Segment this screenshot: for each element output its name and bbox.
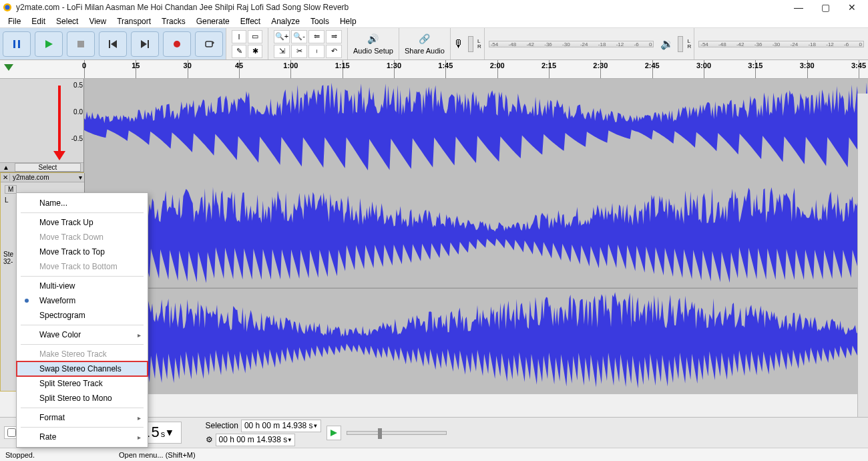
menu-item-move-bottom[interactable]: Move Track to Bottom: [17, 259, 148, 274]
selection-label: Selection: [206, 421, 238, 430]
menu-tracks[interactable]: Tracks: [156, 17, 191, 26]
edit-toolbar: 🔍+ 🔍- ⥢ ⥤ ⇲ ✂ ︲ ↶: [268, 28, 348, 59]
track-2-mute-button[interactable]: M: [5, 185, 17, 194]
menu-item-wave-color[interactable]: Wave Color▸: [17, 327, 148, 342]
play-lr-label: LR: [687, 39, 691, 49]
zoom-out-button[interactable]: 🔍-: [291, 30, 307, 43]
speaker-icon: 🔊: [367, 33, 379, 44]
undo-button[interactable]: ↶: [326, 45, 342, 58]
draw-tool[interactable]: ✎: [232, 45, 246, 58]
play-button[interactable]: [35, 31, 63, 57]
window-maximize-button[interactable]: ▢: [812, 2, 839, 13]
zoom-in-button[interactable]: 🔍+: [274, 30, 290, 43]
playhead-marker[interactable]: [4, 64, 13, 71]
menu-item-name[interactable]: Name...: [17, 196, 148, 210]
menu-analyze[interactable]: Analyze: [266, 17, 305, 26]
svg-marker-7: [111, 40, 117, 48]
skip-end-button[interactable]: [131, 31, 159, 57]
menu-item-move-down[interactable]: Move Track Down: [17, 230, 148, 245]
snap-checkbox[interactable]: [7, 428, 16, 437]
menu-item-move-top[interactable]: Move Track to Top: [17, 245, 148, 259]
track-1-collapse-button[interactable]: ▲: [0, 164, 12, 171]
selection-start-field[interactable]: 00 h 00 m 14.938 s▾: [241, 420, 321, 432]
track-2-name[interactable]: y2mate.com: [10, 174, 76, 181]
record-meter[interactable]: -54-48-42-36-30-24-18-12-60: [485, 28, 658, 59]
svg-point-10: [174, 41, 180, 47]
share-icon: 🔗: [419, 33, 430, 44]
zoom-toggle-button[interactable]: ⇲: [274, 45, 290, 58]
playback-speed-slider[interactable]: [347, 431, 447, 435]
svg-point-1: [5, 5, 10, 10]
silence-button[interactable]: ︲: [308, 45, 324, 58]
multi-tool[interactable]: ✱: [248, 45, 262, 58]
menu-tools[interactable]: Tools: [305, 17, 335, 26]
trim-button[interactable]: ✂: [291, 45, 307, 58]
play-slider[interactable]: [678, 36, 683, 52]
menu-item-format[interactable]: Format▸: [17, 410, 148, 425]
pause-button[interactable]: [3, 31, 31, 57]
envelope-tool[interactable]: ▭: [248, 30, 262, 43]
menu-item-swap-stereo[interactable]: Swap Stereo Channels: [17, 361, 148, 376]
svg-rect-5: [77, 41, 84, 47]
menu-item-move-up[interactable]: Move Track Up: [17, 215, 148, 230]
track-1-panel: 0.5 0.0 -0.5 -1.0 ▲ Select: [0, 79, 84, 172]
play-controls: 🔉 LR: [658, 28, 694, 59]
settings-icon[interactable]: ⚙: [206, 435, 213, 444]
track-2-close-button[interactable]: ✕: [1, 174, 10, 181]
track-1: 0.5 0.0 -0.5 -1.0 ▲ Select: [0, 79, 868, 172]
menu-item-spectrogram[interactable]: Spectrogram: [17, 308, 148, 323]
track-1-select-button[interactable]: Select: [15, 163, 81, 172]
skip-start-button[interactable]: [99, 31, 127, 57]
fit-selection-button[interactable]: ⥢: [308, 30, 324, 43]
menu-item-split-stereo[interactable]: Split Stereo Track: [17, 376, 148, 391]
share-audio-button[interactable]: 🔗 Share Audio: [399, 28, 451, 59]
loop-button[interactable]: [195, 31, 223, 57]
vertical-scrollbar[interactable]: [857, 94, 868, 417]
window-title: y2mate.com - LoFi Milan Aasman Me Hoi Ch…: [16, 3, 349, 12]
record-button[interactable]: [163, 31, 191, 57]
app-icon: [3, 3, 12, 12]
mic-slider[interactable]: [468, 36, 473, 52]
window-close-button[interactable]: ✕: [839, 2, 865, 13]
transport-toolbar: [0, 28, 226, 59]
svg-rect-6: [109, 40, 110, 48]
menu-effect[interactable]: Effect: [235, 17, 266, 26]
menu-help[interactable]: Help: [335, 17, 362, 26]
selection-tool[interactable]: I: [232, 30, 246, 43]
audio-setup-label: Audio Setup: [353, 47, 393, 55]
fit-project-button[interactable]: ⥤: [326, 30, 342, 43]
selection-end-field[interactable]: 00 h 00 m 14.938 s▾: [216, 434, 296, 446]
mic-lr-label: LR: [477, 39, 481, 49]
menu-select[interactable]: Select: [51, 17, 83, 26]
menu-item-rate[interactable]: Rate▸: [17, 430, 148, 444]
svg-rect-18: [85, 288, 867, 289]
track-2-waveform[interactable]: y2mate.com y2mate.com - LoFi Milan Aasma…: [85, 173, 867, 391]
selection-block: Selection 00 h 00 m 14.938 s▾ ⚙ 00 h 00 …: [206, 420, 321, 446]
menu-item-make-stereo[interactable]: Make Stereo Track: [17, 347, 148, 361]
menu-item-multi-view[interactable]: Multi-view: [17, 279, 148, 293]
svg-rect-3: [18, 40, 20, 48]
menu-transport[interactable]: Transport: [112, 17, 156, 26]
menu-file[interactable]: File: [3, 17, 26, 26]
track-1-waveform[interactable]: [84, 79, 868, 172]
menu-view[interactable]: View: [83, 17, 112, 26]
audio-setup-button[interactable]: 🔊 Audio Setup: [348, 28, 399, 59]
window-minimize-button[interactable]: —: [785, 2, 812, 13]
toolbar-area: I ▭ ✎ ✱ 🔍+ 🔍- ⥢ ⥤ ⇲ ✂ ︲ ↶ 🔊 Audio Setup …: [0, 28, 868, 60]
svg-marker-9: [141, 40, 147, 48]
play-at-speed-button[interactable]: [327, 426, 341, 440]
track-1-axis: 0.5 0.0 -0.5 -1.0: [64, 79, 84, 172]
submenu-arrow-icon: ▸: [138, 434, 141, 441]
track-context-menu: Name... Move Track Up Move Track Down Mo…: [16, 192, 148, 448]
menu-item-waveform[interactable]: Waveform: [17, 293, 148, 308]
mic-controls: 🎙 LR: [451, 28, 485, 59]
menu-generate[interactable]: Generate: [191, 17, 235, 26]
stop-button[interactable]: [67, 31, 95, 57]
track-2-menu-button[interactable]: ▾: [76, 174, 84, 181]
play-meter[interactable]: -54-48-42-36-30-24-18-12-60: [694, 28, 868, 59]
timeline-ruler[interactable]: 01530451:001:151:301:452:002:152:302:453…: [0, 60, 868, 79]
menu-item-split-mono[interactable]: Split Stereo to Mono: [17, 391, 148, 406]
status-left: Stopped.: [0, 451, 114, 459]
menu-edit[interactable]: Edit: [26, 17, 51, 26]
track-2-format-1: Ste: [3, 251, 13, 258]
